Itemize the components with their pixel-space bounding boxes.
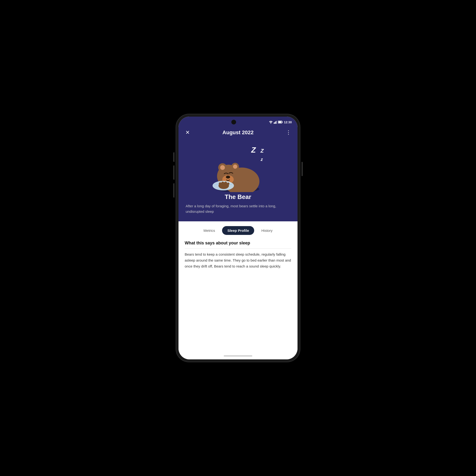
status-time: 12:30 bbox=[284, 120, 292, 124]
silent-button[interactable] bbox=[173, 152, 174, 162]
tab-metrics[interactable]: Metrics bbox=[198, 226, 220, 235]
signal-icon bbox=[274, 121, 277, 124]
content-area: What this says about your sleep Bears te… bbox=[178, 239, 298, 354]
svg-point-14 bbox=[233, 165, 237, 169]
status-icons bbox=[269, 121, 283, 124]
svg-point-16 bbox=[226, 176, 230, 178]
svg-point-0 bbox=[270, 123, 271, 124]
svg-rect-1 bbox=[274, 122, 274, 124]
status-bar: 12:30 bbox=[178, 117, 298, 127]
tab-history[interactable]: History bbox=[256, 226, 278, 235]
bear-illustration: Z Z z bbox=[205, 143, 271, 191]
power-button[interactable] bbox=[302, 162, 303, 176]
tab-bar: Metrics Sleep Profile History bbox=[178, 221, 298, 239]
svg-point-22 bbox=[227, 183, 229, 185]
svg-rect-4 bbox=[276, 121, 277, 124]
animal-description: After a long day of foraging, most bears… bbox=[186, 204, 290, 214]
battery-icon bbox=[278, 121, 283, 123]
bottom-section: Metrics Sleep Profile History What this … bbox=[178, 221, 298, 359]
tab-sleep-profile[interactable]: Sleep Profile bbox=[222, 226, 254, 235]
phone-device: 12:30 ✕ August 2022 ⋮ Z Z z bbox=[176, 114, 300, 362]
wifi-icon bbox=[269, 121, 273, 124]
svg-point-12 bbox=[220, 165, 225, 170]
animal-name: The Bear bbox=[225, 193, 251, 201]
camera-dot bbox=[231, 120, 236, 124]
svg-point-19 bbox=[219, 182, 221, 185]
svg-rect-2 bbox=[275, 122, 275, 124]
section-body: Bears tend to keep a consistent sleep sc… bbox=[185, 252, 291, 269]
header-title: August 2022 bbox=[222, 130, 254, 136]
bear-image bbox=[207, 151, 269, 191]
svg-point-20 bbox=[221, 182, 224, 185]
svg-rect-7 bbox=[278, 121, 281, 123]
volume-down-button[interactable] bbox=[173, 183, 174, 198]
svg-rect-6 bbox=[282, 122, 283, 123]
home-indicator[interactable] bbox=[224, 355, 252, 357]
app-header: ✕ August 2022 ⋮ bbox=[178, 127, 298, 138]
hero-section: Z Z z bbox=[178, 138, 298, 221]
section-title: What this says about your sleep bbox=[185, 241, 291, 249]
svg-rect-3 bbox=[276, 121, 276, 124]
close-button[interactable]: ✕ bbox=[184, 130, 191, 136]
more-options-button[interactable]: ⋮ bbox=[285, 130, 292, 136]
status-bar-right: 12:30 bbox=[269, 120, 292, 124]
phone-screen: 12:30 ✕ August 2022 ⋮ Z Z z bbox=[178, 117, 298, 359]
volume-up-button[interactable] bbox=[173, 165, 174, 180]
svg-point-21 bbox=[224, 182, 227, 185]
